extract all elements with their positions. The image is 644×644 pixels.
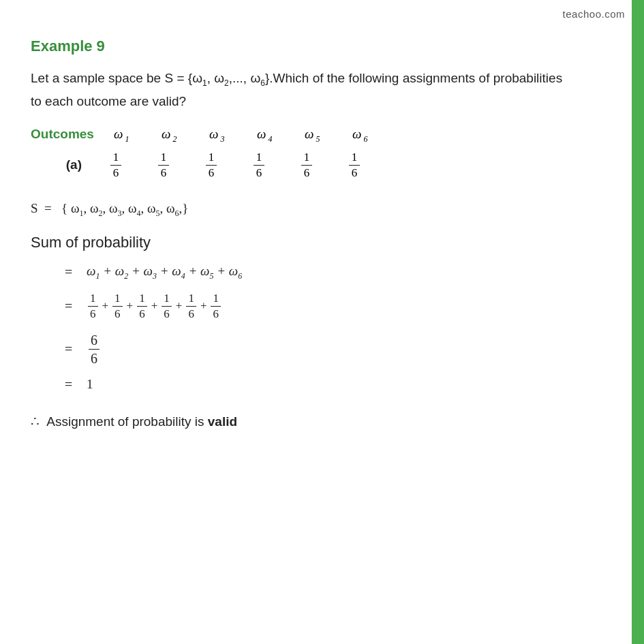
result-one: 1 [87, 377, 93, 392]
frac-a-6: 1 6 [331, 150, 378, 181]
outcome-header-3: ω 3 [193, 127, 241, 144]
sample-space-line: S = { ω1, ω2, ω3, ω4, ω5, ω6,} [31, 201, 572, 219]
sidebar-accent [632, 0, 644, 644]
frac-a-3: 1 6 [187, 150, 235, 181]
math-step-2: = 1 6 + 1 6 + 1 6 + [31, 291, 572, 322]
plus-1: + [102, 299, 109, 313]
result-frac: 6 6 [89, 331, 99, 367]
equals-3: = [65, 341, 78, 357]
plus-2: + [127, 299, 134, 313]
sum-frac-6: 1 6 [211, 291, 221, 322]
equals-2: = [65, 298, 78, 314]
sum-frac-1: 1 6 [88, 291, 98, 322]
outcome-header-2: ω 2 [145, 127, 193, 144]
page-container: teachoo.com Example 9 Let a sample space… [0, 0, 644, 644]
conclusion-text: Assignment of probability is valid [46, 414, 237, 429]
plus-4: + [176, 299, 183, 313]
sum-probability-heading: Sum of probability [31, 234, 572, 251]
part-a-label: (a) [31, 157, 92, 172]
plus-5: + [200, 299, 207, 313]
outcomes-label: Outcomes [31, 127, 97, 142]
content-area: Example 9 Let a sample space be S = {ω1,… [0, 0, 613, 457]
outcome-header-4: ω 4 [241, 127, 288, 144]
problem-statement: Let a sample space be S = {ω1, ω2,..., ω… [31, 67, 572, 112]
math-step-4: = 1 [31, 377, 572, 393]
sum-frac-2: 1 6 [112, 291, 123, 322]
math-step-3: = 6 6 [31, 331, 572, 367]
equals-4: = [65, 377, 78, 393]
frac-a-5: 1 6 [283, 150, 331, 181]
frac-a-4: 1 6 [235, 150, 283, 181]
outcome-header-1: ω 1 [97, 127, 145, 144]
branding: teachoo.com [563, 8, 625, 20]
outcomes-header-row: Outcomes ω 1 ω 2 ω 3 ω 4 ω 5 ω 6 [31, 127, 572, 144]
fracs-row: 1 6 + 1 6 + 1 6 + 1 [87, 291, 222, 322]
outcomes-section: Outcomes ω 1 ω 2 ω 3 ω 4 ω 5 ω 6 (a) 1 6… [31, 127, 572, 181]
brand-text: teachoo.com [563, 8, 625, 20]
plus-3: + [151, 299, 158, 313]
solution-body: S = { ω1, ω2, ω3, ω4, ω5, ω6,} Sum of pr… [31, 201, 572, 393]
sum-frac-5: 1 6 [186, 291, 196, 322]
part-a-row: (a) 1 6 1 6 1 6 1 6 1 [31, 150, 572, 181]
math-step-1: = ω1 + ω2 + ω3 + ω4 + ω5 + ω6 [31, 264, 572, 281]
example-title: Example 9 [31, 37, 572, 55]
sum-frac-4: 1 6 [162, 291, 172, 322]
step1-expr: ω1 + ω2 + ω3 + ω4 + ω5 + ω6 [87, 264, 242, 281]
sum-frac-3: 1 6 [137, 291, 147, 322]
frac-a-2: 1 6 [140, 150, 187, 181]
frac-a-1: 1 6 [92, 150, 140, 181]
conclusion: ∴ Assignment of probability is valid [31, 413, 572, 429]
therefore-symbol: ∴ [31, 414, 40, 429]
equals-1: = [65, 264, 78, 280]
outcome-header-6: ω 6 [336, 127, 384, 144]
outcome-header-5: ω 5 [288, 127, 336, 144]
